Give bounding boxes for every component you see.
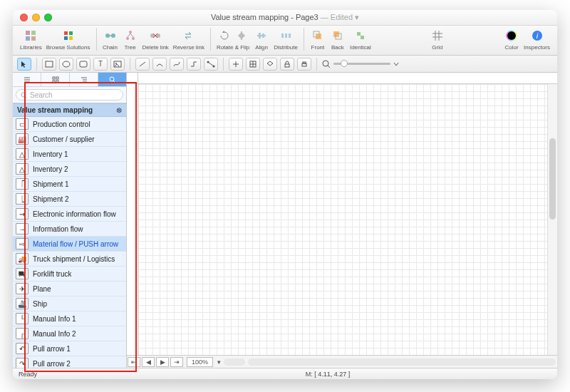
shape-icon: △: [16, 163, 28, 175]
svg-line-55: [113, 81, 115, 83]
library-item[interactable]: △Inventory 2: [13, 162, 126, 177]
flip-button[interactable]: [234, 28, 249, 43]
shape-toolbar: T: [13, 56, 557, 73]
ruler-horizontal: [127, 73, 557, 84]
library-item[interactable]: 🚢Ship: [13, 296, 126, 311]
library-header[interactable]: Value stream mapping ⊗: [13, 103, 126, 117]
back-button[interactable]: [330, 28, 346, 43]
identical-button[interactable]: [353, 28, 368, 43]
zoom-out-icon[interactable]: [322, 60, 331, 68]
panel-search-toggle[interactable]: [98, 73, 126, 86]
pointer-tool[interactable]: [17, 58, 31, 71]
search-input[interactable]: Search: [16, 89, 123, 100]
library-item-label: Inventory 1: [33, 150, 68, 158]
distribute-button[interactable]: [278, 28, 294, 43]
inspectors-button[interactable]: i: [529, 28, 545, 43]
zoom-slider[interactable]: [322, 60, 399, 68]
ruler-vertical: [127, 84, 138, 355]
library-item-label: Ship: [33, 300, 47, 308]
rect-tool[interactable]: [42, 58, 56, 71]
svg-rect-47: [303, 62, 306, 63]
svg-line-57: [25, 96, 26, 98]
align-button[interactable]: [254, 28, 269, 43]
front-button[interactable]: [310, 28, 326, 43]
library-item[interactable]: 🚚Truck shipment / Logistics: [13, 252, 126, 267]
color-button[interactable]: [504, 28, 519, 43]
shape-icon: 🚚: [16, 253, 28, 264]
shape-icon: ▭: [16, 118, 28, 130]
page-scroll-left[interactable]: [224, 359, 245, 366]
smart-connector-tool[interactable]: [204, 58, 218, 71]
library-item-label: Production control: [33, 120, 90, 128]
roundrect-tool[interactable]: [76, 58, 90, 71]
chain-button[interactable]: [103, 28, 118, 43]
page-prev-all[interactable]: ⇤: [128, 357, 140, 367]
vertical-scrollbar[interactable]: [547, 84, 557, 355]
library-item[interactable]: △Inventory 1: [13, 147, 126, 162]
svg-line-49: [328, 66, 330, 68]
delete-link-button[interactable]: [147, 28, 163, 43]
canvas-area: ⇤ ◀ ▶ ⇥ 100% ▾: [127, 73, 557, 368]
library-item[interactable]: ✈Plane: [13, 282, 126, 296]
zoom-display[interactable]: 100%: [187, 357, 213, 367]
page-next[interactable]: ▶: [156, 357, 169, 367]
spline-tool[interactable]: [170, 58, 184, 71]
panel-view-grid[interactable]: [41, 73, 70, 86]
reverse-link-button[interactable]: [181, 28, 197, 43]
arc-tool[interactable]: [152, 58, 167, 71]
print-tool[interactable]: [297, 58, 311, 71]
library-item-label: Forklift truck: [33, 270, 71, 278]
library-item[interactable]: ⇨Material flow / PUSH arrow: [13, 237, 126, 252]
library-item[interactable]: ⎾Shipment 1: [13, 177, 126, 192]
library-item[interactable]: ▭Production control: [13, 117, 126, 132]
svg-point-35: [63, 61, 70, 67]
library-item[interactable]: ↷Pull arrow 2: [13, 356, 126, 368]
status-bar: Ready M: [ 4.11, 4.27 ]: [13, 368, 557, 379]
library-list: ▭Production control🏭Customer / supplier△…: [13, 117, 126, 368]
svg-rect-4: [64, 31, 68, 35]
library-item[interactable]: ⛟Forklift truck: [13, 267, 126, 282]
svg-rect-29: [361, 36, 364, 39]
library-item-label: Inventory 2: [33, 165, 68, 173]
panel-view-list[interactable]: [13, 73, 41, 86]
shape-icon: △: [16, 148, 28, 160]
main-toolbar: Libraries Browse Solutions Chain Tree De…: [13, 26, 557, 56]
svg-rect-51: [56, 77, 58, 79]
library-item[interactable]: ⇝Electronic information flow: [13, 207, 126, 222]
library-item[interactable]: ↶Pull arrow 1: [13, 341, 126, 356]
library-item[interactable]: ⎿Shipment 2: [13, 192, 126, 207]
library-item-label: Manual Info 2: [33, 330, 76, 338]
library-item[interactable]: →Information flow: [13, 222, 126, 237]
drawing-canvas[interactable]: [138, 84, 547, 355]
tree-button[interactable]: [123, 28, 138, 43]
svg-rect-36: [80, 61, 87, 67]
panel-view-tree[interactable]: [70, 73, 98, 86]
layers-tool[interactable]: [263, 58, 277, 71]
library-item[interactable]: ┌Manual Info 2: [13, 326, 126, 341]
text-tool[interactable]: T: [93, 58, 108, 71]
connector-tool[interactable]: [187, 58, 201, 71]
libraries-button[interactable]: [23, 28, 38, 43]
table-tool[interactable]: [246, 58, 260, 71]
page-bar: ⇤ ◀ ▶ ⇥ 100% ▾: [127, 355, 557, 368]
image-tool[interactable]: [110, 58, 125, 71]
library-item-label: Plane: [33, 285, 51, 293]
horizontal-scrollbar[interactable]: [248, 359, 556, 366]
browse-solutions-button[interactable]: [61, 28, 76, 43]
lock-tool[interactable]: [280, 58, 294, 71]
ellipse-tool[interactable]: [59, 58, 73, 71]
chevron-down-icon[interactable]: [393, 61, 399, 67]
library-item[interactable]: 🏭Customer / supplier: [13, 132, 126, 147]
collapse-icon[interactable]: ⊗: [116, 106, 122, 114]
grid-button[interactable]: [430, 28, 445, 43]
snap-tool[interactable]: [229, 58, 243, 71]
library-item[interactable]: └Manual Info 1: [13, 311, 126, 326]
page-next-all[interactable]: ⇥: [170, 357, 183, 367]
svg-rect-26: [333, 31, 339, 37]
page-prev[interactable]: ◀: [142, 357, 155, 367]
rotate-button[interactable]: [217, 28, 232, 43]
library-item-label: Information flow: [33, 225, 83, 233]
svg-point-41: [213, 65, 215, 67]
line-tool[interactable]: [135, 58, 150, 71]
search-icon: [21, 92, 27, 98]
